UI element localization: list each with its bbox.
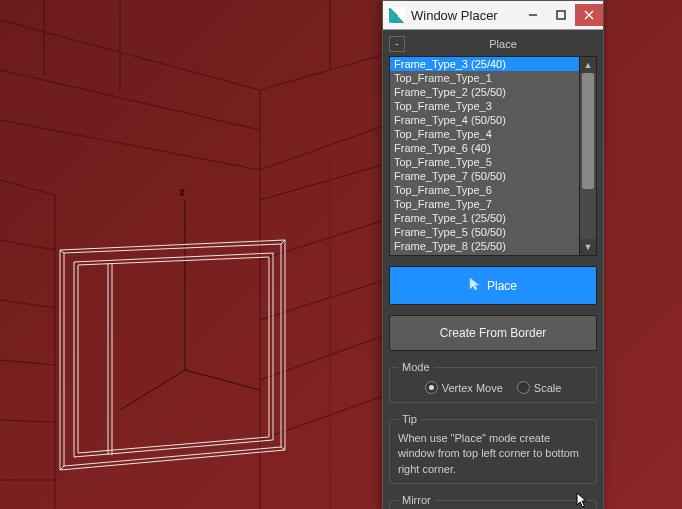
tip-legend: Tip: [398, 413, 421, 425]
radio-label: Vertex Move: [442, 382, 503, 394]
title-bar[interactable]: Window Placer: [383, 1, 603, 30]
scroll-down-arrow-icon[interactable]: ▼: [580, 239, 596, 255]
mode-group: Mode Vertex MoveScale: [389, 361, 597, 403]
frame-list-item[interactable]: Top_Frame_Type_6: [390, 183, 579, 197]
frame-type-listbox[interactable]: Frame_Type_3 (25/40)Top_Frame_Type_1Fram…: [389, 56, 597, 256]
frame-list-item[interactable]: Frame_Type_8 (25/50): [390, 239, 579, 253]
maximize-button[interactable]: [547, 4, 575, 26]
scroll-track[interactable]: [580, 73, 596, 239]
frame-list-item[interactable]: Frame_Type_7 (50/50): [390, 169, 579, 183]
window-placer-panel: Window Placer - Place Frame_Type_3 (25/4…: [382, 0, 604, 509]
mode-radio-scale[interactable]: Scale: [517, 381, 562, 394]
listbox-scrollbar[interactable]: ▲ ▼: [579, 57, 596, 255]
collapse-toggle[interactable]: -: [389, 36, 405, 52]
radio-icon: [425, 381, 438, 394]
group-header-place[interactable]: - Place: [389, 36, 597, 52]
frame-list-item[interactable]: Top_Frame_Type_3: [390, 99, 579, 113]
cursor-icon: [469, 277, 481, 294]
tip-group: Tip When use "Place" mode create window …: [389, 413, 597, 484]
frame-list-item[interactable]: Frame_Type_6 (40): [390, 141, 579, 155]
frame-list-item[interactable]: Frame_Type_5 (50/50): [390, 225, 579, 239]
svg-text:z: z: [180, 187, 185, 197]
minimize-icon: [528, 10, 538, 20]
group-title: Place: [409, 38, 597, 50]
mirror-group: Mirror: [389, 494, 597, 509]
minimize-button[interactable]: [519, 4, 547, 26]
frame-list-item[interactable]: Frame_Type_4 (50/50): [390, 113, 579, 127]
frame-list-item[interactable]: Top_Frame_Type_4: [390, 127, 579, 141]
mode-legend: Mode: [398, 361, 434, 373]
scroll-up-arrow-icon[interactable]: ▲: [580, 57, 596, 73]
close-icon: [584, 10, 594, 20]
radio-icon: [517, 381, 530, 394]
create-from-border-button[interactable]: Create From Border: [389, 315, 597, 351]
frame-list-item[interactable]: Frame_Type_1 (25/50): [390, 211, 579, 225]
radio-label: Scale: [534, 382, 562, 394]
svg-line-2: [185, 370, 260, 390]
scroll-thumb[interactable]: [582, 73, 594, 189]
frame-list-item[interactable]: Frame_Type_3 (25/40): [390, 57, 579, 71]
frame-list-item[interactable]: Top_Frame_Type_1: [390, 71, 579, 85]
mirror-legend: Mirror: [398, 494, 435, 506]
tip-text: When use "Place" mode create window from…: [398, 431, 588, 477]
frame-list-item[interactable]: Frame_Type_2 (25/50): [390, 85, 579, 99]
svg-line-1: [120, 370, 185, 410]
place-button[interactable]: Place: [389, 266, 597, 305]
app-icon: [389, 7, 405, 23]
frame-list-item[interactable]: Top_Frame_Type_7: [390, 197, 579, 211]
svg-rect-5: [557, 11, 565, 19]
close-button[interactable]: [575, 4, 603, 26]
frame-list-item[interactable]: Top_Frame_Type_5: [390, 155, 579, 169]
maximize-icon: [556, 10, 566, 20]
place-button-label: Place: [487, 279, 517, 293]
mode-radio-vertex-move[interactable]: Vertex Move: [425, 381, 503, 394]
frame-list-item[interactable]: Frame_Type_9 (50/50): [390, 253, 579, 255]
window-title: Window Placer: [411, 8, 519, 23]
